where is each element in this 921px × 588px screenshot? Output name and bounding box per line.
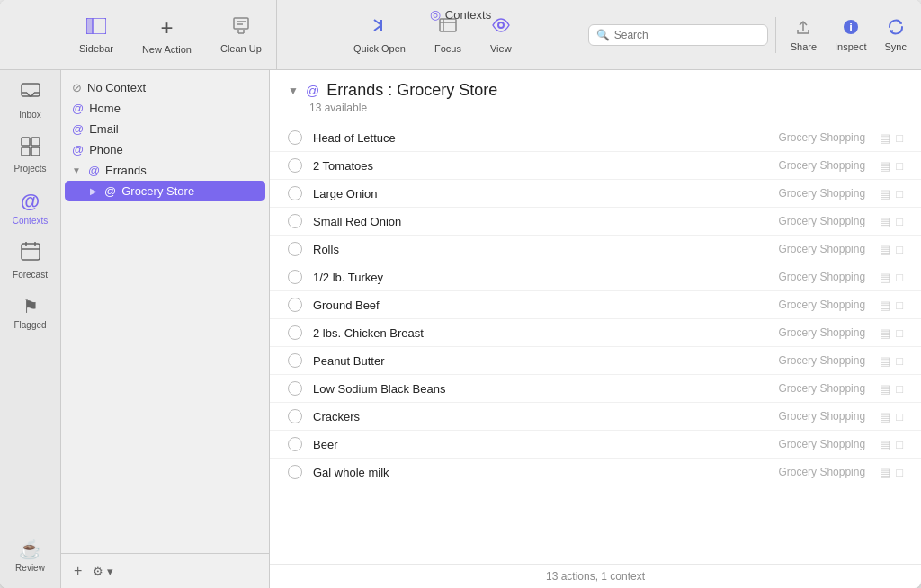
item-flag-button[interactable]: □ <box>896 243 903 256</box>
sidebar-item-flagged[interactable]: ⚑ Flagged <box>0 289 60 337</box>
sidebar-toggle-button[interactable]: Sidebar <box>65 0 128 69</box>
item-checkbox[interactable] <box>288 214 302 228</box>
nav-item-errands[interactable]: ▼ @ Errands <box>61 160 269 181</box>
nav-item-home[interactable]: @ Home <box>61 98 269 119</box>
nav-item-phone[interactable]: @ Phone <box>61 139 269 160</box>
sidebar-item-forecast[interactable]: Forecast <box>0 235 60 287</box>
table-row[interactable]: 2 Tomatoes Grocery Shopping ▤ □ <box>270 152 921 180</box>
table-row[interactable]: Ground Beef Grocery Shopping ▤ □ <box>270 291 921 319</box>
item-note-button[interactable]: ▤ <box>880 382 890 396</box>
nav-item-no-context[interactable]: ⊘ No Context <box>61 77 269 98</box>
item-note-button[interactable]: ▤ <box>880 187 890 200</box>
item-note-button[interactable]: ▤ <box>880 298 890 312</box>
share-icon <box>794 18 812 38</box>
item-actions: ▤ □ <box>880 187 903 200</box>
sidebar-label: Sidebar <box>79 43 113 54</box>
header-context-icon: @ <box>306 83 319 98</box>
phone-at-icon: @ <box>72 143 84 156</box>
clean-up-button[interactable]: Clean Up <box>206 0 277 69</box>
item-checkbox[interactable] <box>288 242 302 256</box>
share-button[interactable]: Share <box>783 0 824 69</box>
grocery-chevron-icon: ▶ <box>90 186 97 196</box>
item-checkbox[interactable] <box>288 130 302 145</box>
item-actions: ▤ □ <box>880 131 903 145</box>
item-project: Grocery Shopping <box>778 298 865 311</box>
nav-item-email[interactable]: @ Email <box>61 119 269 139</box>
sidebar-item-review[interactable]: ☕ Review <box>0 531 60 580</box>
item-flag-button[interactable]: □ <box>896 326 903 340</box>
table-row[interactable]: Beer Grocery Shopping ▤ □ <box>270 431 921 459</box>
item-note-button[interactable]: ▤ <box>880 243 890 256</box>
email-at-icon: @ <box>72 122 84 136</box>
table-row[interactable]: Gal whole milk Grocery Shopping ▤ □ <box>270 459 921 486</box>
quick-open-button[interactable]: Quick Open <box>339 0 420 69</box>
item-flag-button[interactable]: □ <box>896 410 903 423</box>
collapse-button[interactable]: ▼ <box>288 85 299 97</box>
item-flag-button[interactable]: □ <box>896 215 903 228</box>
app-icon: ◎ <box>430 7 441 22</box>
item-actions: ▤ □ <box>880 326 903 340</box>
new-action-button[interactable]: + New Action <box>128 0 206 69</box>
table-row[interactable]: Large Onion Grocery Shopping ▤ □ <box>270 180 921 208</box>
sidebar-item-projects[interactable]: Projects <box>0 129 60 181</box>
item-flag-button[interactable]: □ <box>896 131 903 145</box>
item-checkbox[interactable] <box>288 325 302 340</box>
item-actions: ▤ □ <box>880 354 903 368</box>
item-checkbox[interactable] <box>288 353 302 368</box>
table-row[interactable]: Low Sodium Black Beans Grocery Shopping … <box>270 375 921 403</box>
sync-button[interactable]: Sync <box>878 0 914 69</box>
search-input[interactable] <box>614 29 760 41</box>
errands-at-icon: @ <box>88 164 100 177</box>
window-title: Contexts <box>445 8 491 22</box>
nav-item-grocery-store[interactable]: ▶ @ Grocery Store <box>65 181 265 201</box>
item-project: Grocery Shopping <box>778 159 865 172</box>
item-checkbox[interactable] <box>288 298 302 312</box>
table-row[interactable]: Small Red Onion Grocery Shopping ▤ □ <box>270 208 921 236</box>
svg-rect-17 <box>22 84 40 96</box>
table-row[interactable]: Crackers Grocery Shopping ▤ □ <box>270 403 921 431</box>
add-context-button[interactable]: + <box>72 561 84 581</box>
item-note-button[interactable]: ▤ <box>880 326 890 340</box>
svg-rect-22 <box>22 147 30 156</box>
item-flag-button[interactable]: □ <box>896 438 903 451</box>
table-row[interactable]: Rolls Grocery Shopping ▤ □ <box>270 236 921 263</box>
item-checkbox[interactable] <box>288 409 302 423</box>
search-box[interactable]: 🔍 <box>588 24 768 46</box>
item-checkbox[interactable] <box>288 465 302 479</box>
item-name: 2 lbs. Chicken Breast <box>313 326 778 340</box>
item-flag-button[interactable]: □ <box>896 298 903 312</box>
item-flag-button[interactable]: □ <box>896 159 903 173</box>
item-note-button[interactable]: ▤ <box>880 215 890 228</box>
review-icon: ☕ <box>19 539 41 560</box>
item-project: Grocery Shopping <box>778 382 865 395</box>
item-flag-button[interactable]: □ <box>896 354 903 368</box>
table-row[interactable]: 2 lbs. Chicken Breast Grocery Shopping ▤… <box>270 319 921 347</box>
sidebar-item-inbox[interactable]: Inbox <box>0 75 60 127</box>
item-name: Gal whole milk <box>313 466 778 479</box>
item-flag-button[interactable]: □ <box>896 187 903 200</box>
table-row[interactable]: Peanut Butter Grocery Shopping ▤ □ <box>270 347 921 375</box>
sidebar-item-contexts[interactable]: @ Contexts <box>0 183 60 233</box>
flagged-icon: ⚑ <box>22 296 39 317</box>
item-checkbox[interactable] <box>288 186 302 200</box>
item-note-button[interactable]: ▤ <box>880 354 890 368</box>
item-checkbox[interactable] <box>288 381 302 396</box>
item-note-button[interactable]: ▤ <box>880 131 890 145</box>
projects-label: Projects <box>13 164 46 174</box>
item-note-button[interactable]: ▤ <box>880 438 890 451</box>
item-flag-button[interactable]: □ <box>896 271 903 284</box>
item-checkbox[interactable] <box>288 158 302 173</box>
item-note-button[interactable]: ▤ <box>880 466 890 479</box>
item-checkbox[interactable] <box>288 270 302 284</box>
inspect-button[interactable]: i Inspect <box>827 0 873 69</box>
item-checkbox[interactable] <box>288 437 302 451</box>
item-note-button[interactable]: ▤ <box>880 271 890 284</box>
item-note-button[interactable]: ▤ <box>880 159 890 173</box>
item-note-button[interactable]: ▤ <box>880 410 890 423</box>
item-flag-button[interactable]: □ <box>896 466 903 479</box>
table-row[interactable]: Head of Lettuce Grocery Shopping ▤ □ <box>270 124 921 152</box>
item-actions: ▤ □ <box>880 243 903 256</box>
settings-button[interactable]: ⚙ ▾ <box>91 563 115 580</box>
table-row[interactable]: 1/2 lb. Turkey Grocery Shopping ▤ □ <box>270 263 921 291</box>
item-flag-button[interactable]: □ <box>896 382 903 396</box>
